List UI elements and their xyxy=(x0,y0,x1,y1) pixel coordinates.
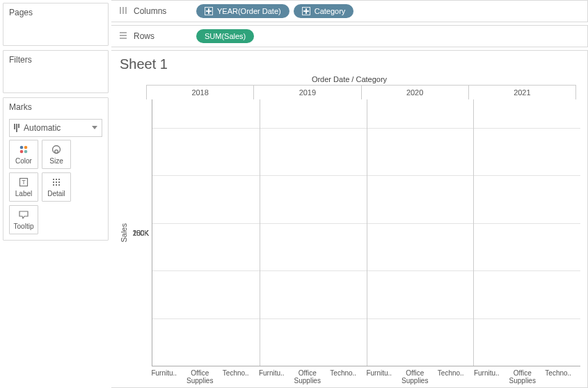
svg-rect-16 xyxy=(58,184,60,186)
marks-card: Marks Automatic Color Size T Label xyxy=(3,97,109,241)
expand-icon xyxy=(205,7,213,15)
x-tick: Furnitu.. xyxy=(254,366,290,385)
x-tick: Techno.. xyxy=(541,366,577,385)
columns-icon xyxy=(118,6,128,17)
svg-point-3 xyxy=(24,150,28,154)
detail-label: Detail xyxy=(47,190,65,197)
size-icon xyxy=(51,144,62,155)
svg-rect-12 xyxy=(56,181,57,183)
svg-rect-13 xyxy=(58,181,60,183)
x-tick: Furnitu.. xyxy=(146,366,182,385)
app-root: Pages Filters Marks Automatic Color Size xyxy=(0,0,588,388)
year-headers: 2018201920202021 xyxy=(146,85,576,99)
worksheet: Sheet 1 Order Date / Category 2018201920… xyxy=(111,50,588,388)
year-header[interactable]: 2018 xyxy=(146,85,254,99)
y-tick: 250K xyxy=(133,229,149,237)
x-year-group: Furnitu..Office SuppliesTechno.. xyxy=(361,366,469,385)
size-label: Size xyxy=(49,157,63,165)
label-icon: T xyxy=(18,177,29,188)
color-icon xyxy=(18,144,29,155)
year-group xyxy=(152,99,260,366)
marks-buttons: Color Size T Label Detail Tooltip xyxy=(3,140,108,234)
color-button[interactable]: Color xyxy=(9,140,38,169)
svg-point-1 xyxy=(24,146,28,149)
year-header[interactable]: 2019 xyxy=(254,85,361,99)
year-group xyxy=(260,99,367,366)
svg-rect-14 xyxy=(53,184,54,186)
plot-area: Sales 0K50K100K150K200K250K xyxy=(118,99,580,366)
tooltip-label: Tooltip xyxy=(14,223,34,230)
year-header[interactable]: 2020 xyxy=(362,85,469,99)
columns-label: Columns xyxy=(134,6,196,16)
svg-rect-9 xyxy=(56,179,57,180)
x-tick: Techno.. xyxy=(326,366,362,385)
x-tick: Furnitu.. xyxy=(361,366,397,385)
svg-rect-10 xyxy=(58,179,60,180)
x-tick: Techno.. xyxy=(433,366,469,385)
filters-title: Filters xyxy=(3,51,108,69)
svg-text:T: T xyxy=(22,179,26,186)
svg-point-4 xyxy=(53,146,61,154)
x-year-group: Furnitu..Office SuppliesTechno.. xyxy=(469,366,577,385)
filters-shelf[interactable]: Filters xyxy=(3,50,109,93)
size-button[interactable]: Size xyxy=(42,140,71,169)
x-year-group: Furnitu..Office SuppliesTechno.. xyxy=(146,366,254,385)
svg-rect-8 xyxy=(53,179,54,180)
chevron-down-icon xyxy=(92,126,97,129)
rows-shelf[interactable]: Rows SUM(Sales) xyxy=(111,25,588,47)
tooltip-button[interactable]: Tooltip xyxy=(9,205,38,234)
x-tick: Office Supplies xyxy=(289,366,326,385)
year-group xyxy=(367,99,474,366)
label-button[interactable]: T Label xyxy=(9,172,38,202)
marks-title: Marks xyxy=(3,98,108,116)
svg-rect-15 xyxy=(56,184,57,186)
main: Columns YEAR(Order Date) Category Rows S… xyxy=(111,0,588,388)
x-tick: Techno.. xyxy=(218,366,254,385)
chart-canvas[interactable] xyxy=(152,99,580,366)
y-axis-label: Sales xyxy=(118,223,129,243)
x-tick: Office Supplies xyxy=(504,366,541,385)
pill-category[interactable]: Category xyxy=(294,4,354,18)
svg-point-0 xyxy=(20,146,24,149)
label-label: Label xyxy=(15,190,32,197)
pill-sum-sales[interactable]: SUM(Sales) xyxy=(196,29,254,43)
sheet-title[interactable]: Sheet 1 xyxy=(120,56,580,72)
color-label: Color xyxy=(15,157,32,165)
svg-point-5 xyxy=(55,150,58,154)
pill-year-order-date[interactable]: YEAR(Order Date) xyxy=(196,4,289,18)
x-tick: Office Supplies xyxy=(182,366,218,385)
x-tick-labels: Furnitu..Office SuppliesTechno..Furnitu.… xyxy=(146,366,576,385)
marks-dropdown-label: Automatic xyxy=(24,123,61,133)
pages-title: Pages xyxy=(3,3,108,22)
tooltip-icon xyxy=(18,209,29,220)
panel-separator xyxy=(473,99,474,366)
expand-icon xyxy=(302,7,310,15)
column-header-title: Order Date / Category xyxy=(118,75,580,83)
x-tick: Furnitu.. xyxy=(469,366,505,385)
rows-label: Rows xyxy=(134,31,196,41)
sidebar: Pages Filters Marks Automatic Color Size xyxy=(0,0,111,388)
year-group xyxy=(473,99,580,366)
svg-rect-11 xyxy=(53,181,54,183)
panel-separator xyxy=(260,99,260,366)
x-tick: Office Supplies xyxy=(397,366,434,385)
year-header[interactable]: 2021 xyxy=(469,85,576,99)
y-axis: Sales 0K50K100K150K200K250K xyxy=(118,99,152,366)
rows-icon xyxy=(118,31,128,42)
panel-separator xyxy=(367,99,367,366)
bar-chart-icon xyxy=(14,124,19,132)
detail-icon xyxy=(51,177,62,188)
svg-point-2 xyxy=(20,150,24,154)
detail-button[interactable]: Detail xyxy=(42,172,71,202)
pages-shelf[interactable]: Pages xyxy=(3,3,109,46)
x-year-group: Furnitu..Office SuppliesTechno.. xyxy=(254,366,362,385)
marks-type-dropdown[interactable]: Automatic xyxy=(9,119,102,137)
columns-shelf[interactable]: Columns YEAR(Order Date) Category xyxy=(111,0,588,22)
